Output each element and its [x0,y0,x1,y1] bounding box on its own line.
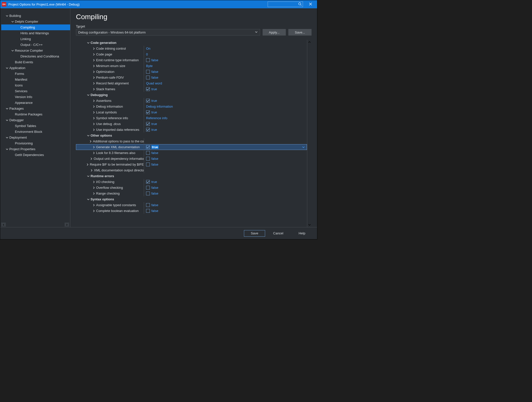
sidebar-item-services[interactable]: Services [1,88,70,94]
prop-value[interactable]: false [144,156,307,162]
prop-value[interactable]: false [144,162,307,167]
chevron-right-icon[interactable] [88,139,93,144]
sidebar-item-icons[interactable]: Icons [1,82,70,88]
close-button[interactable] [305,0,316,8]
checkbox[interactable] [146,180,150,184]
chevron-down-icon[interactable] [5,106,9,111]
chevron-right-icon[interactable] [92,209,96,213]
prop-value[interactable]: true [144,144,307,150]
prop-local[interactable]: Local symbolstrue [76,109,307,115]
chevron-right-icon[interactable] [92,81,96,86]
chevron-down-icon[interactable] [86,174,91,178]
checkbox[interactable] [146,151,150,155]
prop-codepage[interactable]: Code page0 [76,51,307,57]
prop-addopts[interactable]: Additional options to pass to the co [76,138,307,144]
sidebar-item-dirs-cond[interactable]: Directories and Conditiona [1,53,70,59]
target-combo[interactable]: Debug configuration - Windows 64-bit pla… [76,29,260,36]
prop-value[interactable] [144,167,307,173]
prop-value[interactable]: true [144,127,307,133]
prop-overflow[interactable]: Overflow checkingfalse [76,185,307,191]
prop-value[interactable]: false [144,150,307,156]
checkbox[interactable] [146,122,150,126]
chevron-down-icon[interactable] [86,93,91,97]
sidebar-item-compiling[interactable]: Compiling [1,24,70,30]
chevron-right-icon[interactable] [85,162,90,167]
checkbox[interactable] [146,186,150,190]
scroll-up-button[interactable] [307,40,312,44]
category-debugging[interactable]: Debugging [76,92,307,98]
footer-cancel-button[interactable]: Cancel [268,230,289,237]
footer-help-button[interactable]: Help [291,230,313,237]
prop-enum[interactable]: Minimum enum sizeByte [76,63,307,69]
prop-value[interactable]: 0 [144,51,307,57]
chevron-right-icon[interactable] [92,203,96,207]
prop-assignable[interactable]: Assignable typed constantsfalse [76,202,307,208]
titlebar-search[interactable] [268,2,303,7]
checkbox[interactable] [146,99,150,103]
sidebar-item-symbol-tables[interactable]: Symbol Tables [1,123,70,129]
sidebar-item-deployment[interactable]: Deployment [1,135,70,140]
chevron-right-icon[interactable] [92,151,96,155]
scroll-right-button[interactable] [65,223,69,227]
chevron-down-icon[interactable] [86,133,91,138]
category-other[interactable]: Other options [76,133,307,138]
prop-value[interactable]: false [144,202,307,208]
prop-io[interactable]: I/O checkingtrue [76,179,307,185]
sidebar-item-provisioning[interactable]: Provisioning [1,140,70,146]
chevron-right-icon[interactable] [92,110,96,115]
chevron-down-icon[interactable] [5,14,9,18]
chevron-down-icon[interactable] [301,145,305,149]
prop-value[interactable]: false [144,57,307,63]
save-as-button[interactable]: Save... [288,29,312,36]
sidebar-item-project-properties[interactable]: Project Properties [1,146,70,152]
sidebar-item-delphi-compiler[interactable]: Delphi Compiler [1,19,70,24]
prop-opt[interactable]: Optimizationfalse [76,69,307,75]
chevron-right-icon[interactable] [92,191,96,196]
chevron-down-icon[interactable] [5,147,9,151]
prop-value[interactable]: true [144,179,307,185]
prop-value[interactable]: Reference info [144,115,307,121]
chevron-right-icon[interactable] [92,104,96,109]
prop-stack[interactable]: Stack framestrue [76,86,307,92]
prop-xmlout[interactable]: XML documentation output directo [76,167,307,173]
sidebar-item-env-block[interactable]: Environment Block [1,129,70,135]
sidebar-item-getit-deps[interactable]: GetIt Dependencies [1,152,70,158]
prop-value[interactable]: true [144,98,307,104]
prop-value[interactable]: false [144,208,307,214]
prop-value[interactable]: false [144,191,307,196]
sidebar-item-packages[interactable]: Packages [1,106,70,111]
sidebar-item-resource-compiler[interactable]: Resource Compiler [1,48,70,53]
prop-value[interactable]: Byte [144,63,307,69]
sidebar-item-runtime-packages[interactable]: Runtime Packages [1,111,70,117]
prop-reqif[interactable]: Require $IF to be terminated by $IFEfals… [76,162,307,167]
chevron-right-icon[interactable] [92,52,96,57]
prop-value[interactable]: true [144,86,307,92]
chevron-right-icon[interactable] [92,128,96,132]
chevron-down-icon[interactable] [10,19,15,24]
chevron-right-icon[interactable] [92,116,96,120]
prop-value[interactable]: true [144,109,307,115]
chevron-down-icon[interactable] [86,41,91,45]
chevron-right-icon[interactable] [92,75,96,80]
checkbox[interactable] [146,110,150,114]
sidebar-item-appearance[interactable]: Appearance [1,100,70,106]
prop-value[interactable]: Quad word [144,80,307,86]
chevron-right-icon[interactable] [92,87,96,91]
prop-symref[interactable]: Symbol reference infoReference info [76,115,307,121]
category-runtime[interactable]: Runtime errors [76,173,307,179]
sidebar-item-build-events[interactable]: Build Events [1,59,70,65]
prop-unitdep[interactable]: Output unit dependency informatiofalse [76,156,307,162]
checkbox[interactable] [146,209,150,213]
prop-value[interactable]: false [144,185,307,191]
prop-range[interactable]: Range checkingfalse [76,191,307,196]
category-syntax[interactable]: Syntax options [76,196,307,202]
chevron-right-icon[interactable] [92,70,96,74]
checkbox[interactable] [146,128,150,132]
prop-assert[interactable]: Assertionstrue [76,98,307,104]
checkbox[interactable] [146,76,150,79]
chevron-down-icon[interactable] [5,135,9,140]
properties-grid[interactable]: Code generationCode inlining controlOnCo… [76,40,307,227]
chevron-down-icon[interactable] [5,66,9,70]
sidebar-item-hints-warnings[interactable]: Hints and Warnings [1,30,70,36]
chevron-right-icon[interactable] [92,180,96,184]
